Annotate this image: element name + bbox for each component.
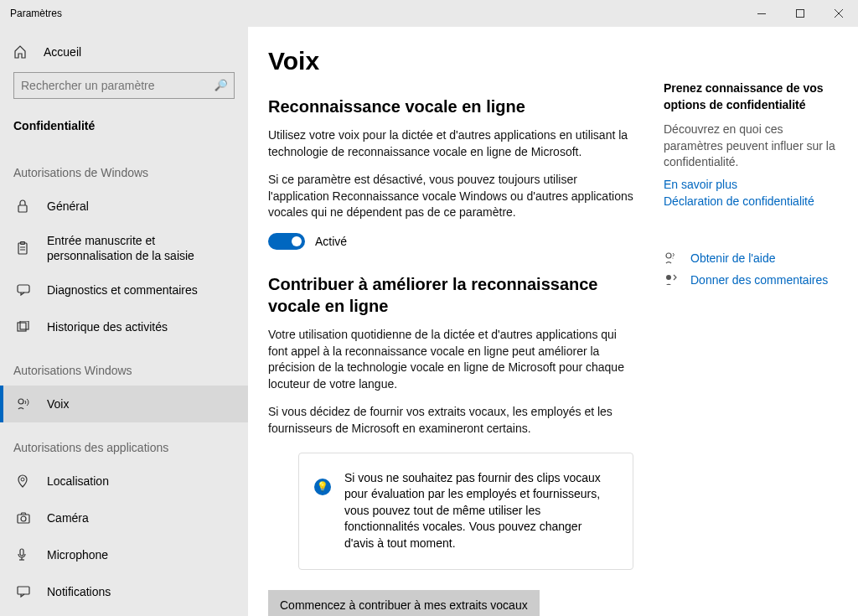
get-help-link[interactable]: Obtenir de l'aide — [690, 251, 776, 265]
toggle-row: Activé — [268, 233, 633, 250]
page-title: Voix — [268, 47, 633, 75]
window-title: Paramètres — [10, 8, 742, 19]
nav-label: Microphone — [47, 547, 235, 562]
search-container: 🔍 — [0, 67, 248, 109]
main-column: Voix Reconnaissance vocale en ligne Util… — [268, 47, 633, 616]
svg-point-11 — [21, 478, 24, 481]
feedback-row[interactable]: Donner des commentaires — [664, 273, 838, 287]
clipboard-icon — [17, 241, 32, 255]
nav-label: Diagnostics et commentaires — [47, 282, 235, 298]
body-text: Si ce paramètre est désactivé, vous pouv… — [268, 172, 633, 221]
body-text: Votre utilisation quotidienne de la dict… — [268, 327, 633, 392]
tip-text: Si vous ne souhaitez pas fournir des cli… — [344, 470, 612, 552]
nav-location[interactable]: Localisation — [0, 463, 248, 500]
toggle-label: Activé — [315, 235, 347, 248]
learn-more-link[interactable]: En savoir plus — [664, 178, 838, 191]
tip-icon: 💡 — [314, 479, 331, 495]
location-icon — [17, 474, 32, 488]
aside-text: Découvrez en quoi ces paramètres peuvent… — [664, 122, 838, 171]
nav-camera[interactable]: Caméra — [0, 500, 248, 536]
sidebar: Accueil 🔍 Confidentialité Autorisations … — [0, 27, 248, 616]
home-icon — [13, 45, 28, 59]
nav-label: Notifications — [47, 584, 235, 599]
section-header-2: Autorisations Windows — [0, 345, 248, 386]
privacy-statement-link[interactable]: Déclaration de confidentialité — [664, 194, 838, 208]
nav-microphone[interactable]: Microphone — [0, 536, 248, 573]
close-button[interactable] — [819, 0, 858, 27]
microphone-icon — [17, 548, 32, 562]
online-speech-toggle[interactable] — [268, 233, 305, 250]
body-text: Si vous décidez de fournir vos extraits … — [268, 404, 633, 437]
voice-icon — [17, 397, 32, 411]
lock-icon — [17, 199, 32, 213]
section-header-1: Autorisations de Windows — [0, 148, 248, 188]
nav-label: Voix — [47, 396, 235, 412]
tip-box: 💡 Si vous ne souhaitez pas fournir des c… — [298, 453, 633, 570]
nav-general[interactable]: Général — [0, 188, 248, 225]
help-icon — [664, 251, 679, 265]
feedback-icon — [17, 284, 32, 296]
aside-column: Prenez connaissance de vos options de co… — [664, 47, 838, 616]
history-icon — [17, 321, 32, 333]
section-heading: Reconnaissance vocale en ligne — [268, 96, 633, 117]
svg-rect-14 — [20, 549, 23, 556]
search-input[interactable] — [13, 72, 235, 99]
svg-point-18 — [666, 253, 671, 258]
nav-voice[interactable]: Voix — [0, 386, 248, 422]
notification-icon — [17, 586, 32, 598]
nav-label: Entrée manuscrite et personnalisation de… — [47, 233, 235, 263]
camera-icon — [17, 512, 32, 524]
svg-point-20 — [666, 275, 671, 280]
svg-rect-7 — [18, 285, 29, 292]
svg-rect-0 — [757, 13, 766, 14]
svg-rect-2 — [18, 205, 27, 212]
svg-point-10 — [18, 399, 23, 404]
nav-diagnostics[interactable]: Diagnostics et commentaires — [0, 272, 248, 308]
home-nav[interactable]: Accueil — [0, 37, 248, 67]
nav-inking[interactable]: Entrée manuscrite et personnalisation de… — [0, 225, 248, 272]
content: Voix Reconnaissance vocale en ligne Util… — [248, 27, 858, 616]
svg-rect-17 — [18, 587, 29, 594]
window-controls — [742, 0, 858, 27]
section-header-3: Autorisations des applications — [0, 422, 248, 463]
current-category: Confidentialité — [0, 109, 248, 148]
nav-activity[interactable]: Historique des activités — [0, 308, 248, 345]
give-feedback-link[interactable]: Donner des commentaires — [690, 273, 828, 287]
nav-label: Général — [47, 199, 235, 214]
home-label: Accueil — [44, 45, 81, 59]
section-heading: Contribuer à améliorer la reconnaissance… — [268, 273, 633, 317]
nav-label: Historique des activités — [47, 319, 235, 334]
help-row[interactable]: Obtenir de l'aide — [664, 251, 838, 265]
search-icon: 🔍 — [214, 79, 228, 91]
nav-label: Caméra — [47, 510, 235, 525]
svg-rect-1 — [797, 10, 804, 18]
body-text: Utilisez votre voix pour la dictée et d'… — [268, 127, 633, 160]
minimize-button[interactable] — [742, 0, 781, 27]
titlebar: Paramètres — [0, 0, 858, 27]
nav-label: Localisation — [47, 474, 235, 489]
nav-notifications[interactable]: Notifications — [0, 573, 248, 610]
svg-point-13 — [21, 516, 26, 521]
contribute-button[interactable]: Commencez à contribuer à mes extraits vo… — [268, 590, 540, 617]
maximize-button[interactable] — [781, 0, 819, 27]
aside-heading: Prenez connaissance de vos options de co… — [664, 80, 838, 113]
svg-point-19 — [672, 257, 673, 258]
feedback-icon — [664, 273, 679, 287]
